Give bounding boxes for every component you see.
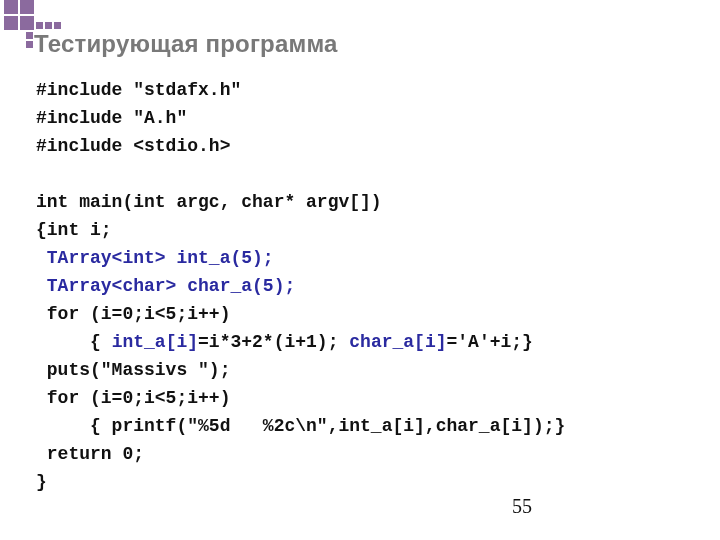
code-line: #include "stdafx.h" — [36, 80, 241, 100]
page-number: 55 — [512, 495, 532, 518]
code-line: } — [36, 472, 47, 492]
code-line: for (i=0;i<5;i++) — [36, 304, 230, 324]
code-line: #include "A.h" — [36, 108, 187, 128]
code-line: { printf("%5d %2c\n",int_a[i],char_a[i])… — [36, 416, 565, 436]
code-line: int main(int argc, char* argv[]) — [36, 192, 382, 212]
code-line: return 0; — [36, 444, 144, 464]
code-line-highlight: TArray<char> — [36, 276, 176, 296]
code-line: {int i; — [36, 220, 112, 240]
code-line: #include <stdio.h> — [36, 136, 230, 156]
code-line: =i*3+2*(i+1); — [198, 332, 349, 352]
code-line-highlight: char_a(5); — [176, 276, 295, 296]
code-block: #include "stdafx.h" #include "A.h" #incl… — [36, 76, 565, 496]
code-line-highlight: int_a(5); — [166, 248, 274, 268]
code-line: for (i=0;i<5;i++) — [36, 388, 230, 408]
slide-title: Тестирующая программа — [34, 30, 338, 58]
code-line-highlight: char_a[i] — [349, 332, 446, 352]
code-line: { — [36, 332, 112, 352]
code-line: puts("Massivs "); — [36, 360, 230, 380]
code-line-highlight: int_a[i] — [112, 332, 198, 352]
code-line: ='A'+i;} — [447, 332, 533, 352]
code-line-highlight: TArray<int> — [36, 248, 166, 268]
